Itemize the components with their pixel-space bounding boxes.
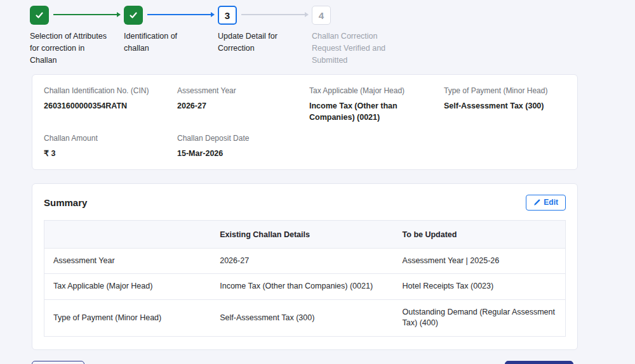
challan-details-grid: Challan Identification No. (CIN) 2603160… [44, 86, 566, 159]
row-existing-value: Income Tax (Other than Companies) (0021) [211, 274, 393, 300]
connector-arrow [241, 14, 306, 15]
field-cin: Challan Identification No. (CIN) 2603160… [44, 86, 177, 123]
step-selection-of-attributes: Selection of Attributes for correction i… [30, 6, 124, 66]
challan-correction-page: Selection of Attributes for correction i… [0, 0, 635, 364]
field-value: ₹ 3 [44, 148, 177, 159]
field-label: Type of Payment (Minor Head) [444, 86, 566, 96]
row-updated-value: Hotel Receipts Tax (0023) [394, 274, 566, 300]
check-icon [128, 10, 138, 20]
field-value: 15-Mar-2026 [177, 148, 309, 159]
header-to-be-updated: To be Updated [394, 220, 566, 248]
field-value: Self-Assessment Tax (300) [444, 100, 566, 112]
summary-title: Summary [44, 197, 87, 208]
connector-arrow [53, 14, 118, 15]
row-attribute: Assessment Year [44, 248, 211, 274]
connector-arrow [147, 14, 212, 15]
row-existing-value: 2026-27 [211, 248, 393, 274]
step-label: Update Detail for Correction [218, 30, 297, 55]
step-4-indicator: 4 [312, 6, 331, 25]
header-attribute [44, 220, 211, 248]
continue-button[interactable]: Continue [505, 361, 573, 364]
summary-table-header-row: Existing Challan Details To be Updated [44, 220, 566, 248]
summary-header: Summary Edit [44, 195, 566, 211]
edit-button-label: Edit [544, 198, 558, 207]
header-existing-details: Existing Challan Details [211, 220, 393, 248]
field-label: Assessment Year [177, 86, 309, 96]
table-row: Assessment Year 2026-27 Assessment Year … [44, 248, 566, 274]
row-attribute: Tax Applicable (Major Head) [44, 274, 211, 300]
step-label: Selection of Attributes for correction i… [30, 30, 109, 66]
field-value: 26031600000354RATN [44, 100, 177, 112]
table-row: Tax Applicable (Major Head) Income Tax (… [44, 274, 566, 300]
field-label: Challan Deposit Date [177, 134, 309, 144]
field-label: Challan Identification No. (CIN) [44, 86, 177, 96]
step-1-indicator [30, 6, 49, 25]
field-label: Challan Amount [44, 134, 177, 144]
edit-button[interactable]: Edit [526, 195, 566, 211]
table-row: Type of Payment (Minor Head) Self-Assess… [44, 299, 566, 336]
row-existing-value: Self-Assessment Tax (300) [211, 299, 393, 336]
summary-card: Summary Edit Existing Challan Details To… [32, 183, 578, 350]
field-challan-deposit-date: Challan Deposit Date 15-Mar-2026 [177, 134, 309, 159]
wizard-stepper: Selection of Attributes for correction i… [30, 6, 635, 66]
field-challan-amount: Challan Amount ₹ 3 [44, 134, 177, 159]
step-2-indicator [124, 6, 143, 25]
step-label: Challan Correction Request Verified and … [312, 30, 391, 66]
row-updated-value: Assessment Year | 2025-26 [394, 248, 566, 274]
step-3-indicator: 3 [218, 6, 237, 25]
field-assessment-year: Assessment Year 2026-27 [177, 86, 309, 123]
summary-table: Existing Challan Details To be Updated A… [44, 220, 566, 337]
step-identification-of-challan: Identification of challan [124, 6, 218, 66]
field-label: Tax Applicable (Major Head) [309, 86, 444, 96]
step-update-detail: 3 Update Detail for Correction [218, 6, 312, 66]
step-request-verified-submitted: 4 Challan Correction Request Verified an… [312, 6, 396, 66]
step-label: Identification of challan [124, 30, 203, 55]
back-button[interactable]: Back [32, 361, 84, 364]
challan-details-card: Challan Identification No. (CIN) 2603160… [32, 74, 578, 170]
footer-actions: Back Continue [32, 361, 578, 364]
pencil-icon [533, 199, 540, 206]
field-value: Income Tax (Other than Companies) (0021) [309, 100, 444, 123]
row-updated-value: Outstanding Demand (Regular Assessment T… [394, 299, 566, 336]
field-type-of-payment: Type of Payment (Minor Head) Self-Assess… [444, 86, 566, 123]
field-tax-applicable: Tax Applicable (Major Head) Income Tax (… [309, 86, 444, 123]
check-icon [34, 10, 44, 20]
row-attribute: Type of Payment (Minor Head) [44, 299, 211, 336]
field-value: 2026-27 [177, 100, 309, 112]
